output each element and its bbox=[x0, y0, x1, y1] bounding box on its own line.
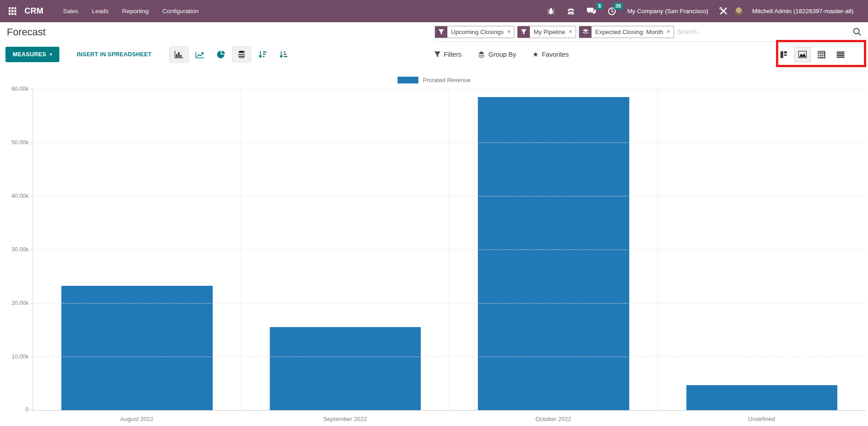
search-icon[interactable] bbox=[853, 27, 862, 36]
messages-icon[interactable]: 5 bbox=[581, 5, 602, 18]
y-tick-label: 0 bbox=[25, 406, 29, 413]
facet-upcoming-closings[interactable]: Upcoming Closings × bbox=[435, 26, 514, 38]
favorites-label: Favorites bbox=[542, 51, 569, 58]
gridline: 20.00k bbox=[33, 303, 866, 304]
sort-descending-icon[interactable] bbox=[253, 46, 272, 63]
group-by-button[interactable]: Group By bbox=[478, 51, 516, 58]
y-tick-label: 50.00k bbox=[11, 139, 29, 146]
activities-badge: 35 bbox=[614, 3, 623, 10]
x-axis-label: October 2022 bbox=[449, 416, 658, 422]
gridline: 60.00k bbox=[33, 89, 866, 89]
facet-my-pipeline[interactable]: My Pipeline × bbox=[517, 26, 576, 38]
y-tick-label: 10.00k bbox=[11, 353, 29, 360]
search-bar: Upcoming Closings × My Pipeline × Expect… bbox=[434, 22, 868, 42]
star-icon: ★ bbox=[533, 50, 538, 59]
user-avatar bbox=[734, 6, 744, 16]
legend-label: Prorated Revenue bbox=[423, 77, 471, 83]
view-switcher bbox=[775, 47, 849, 62]
kanban-view-icon[interactable] bbox=[775, 47, 792, 62]
bar-chart: Prorated Revenue 60.00k50.00k40.00k30.00… bbox=[0, 67, 868, 426]
layers-icon bbox=[478, 51, 485, 58]
pie-chart-icon[interactable] bbox=[211, 46, 230, 63]
x-axis-labels: August 2022September 2022October 2022Und… bbox=[33, 416, 866, 422]
company-switcher[interactable]: My Company (San Francisco) bbox=[622, 8, 714, 15]
menu-item-leads[interactable]: Leads bbox=[85, 8, 116, 15]
filter-icon bbox=[434, 51, 441, 58]
menu-item-configuration[interactable]: Configuration bbox=[155, 8, 205, 15]
user-menu[interactable]: Mitchell Admin (18226397-master-all) bbox=[734, 6, 860, 16]
list-view-icon[interactable] bbox=[832, 47, 849, 62]
bar-september-2022[interactable] bbox=[270, 327, 421, 410]
x-axis-label: September 2022 bbox=[241, 416, 450, 422]
favorites-button[interactable]: ★ Favorites bbox=[533, 50, 569, 59]
facet-label: Expected Closing: Month bbox=[592, 26, 667, 38]
filter-icon bbox=[435, 26, 447, 38]
filters-button[interactable]: Filters bbox=[434, 51, 461, 58]
x-axis-label: August 2022 bbox=[33, 416, 241, 422]
bar-october-2022[interactable] bbox=[478, 97, 629, 410]
facet-remove-icon[interactable]: × bbox=[507, 26, 514, 38]
facet-expected-closing[interactable]: Expected Closing: Month × bbox=[579, 26, 674, 38]
plot-area: 60.00k50.00k40.00k30.00k20.00k10.00k0 bbox=[33, 89, 866, 411]
facet-remove-icon[interactable]: × bbox=[569, 26, 576, 38]
search-input[interactable] bbox=[677, 28, 850, 35]
apps-grid-icon[interactable] bbox=[6, 5, 18, 17]
bar-chart-icon[interactable] bbox=[170, 46, 189, 63]
facet-remove-icon[interactable]: × bbox=[667, 26, 674, 38]
tools-icon[interactable] bbox=[713, 4, 734, 18]
pivot-view-icon[interactable] bbox=[813, 47, 830, 62]
bar-august-2022[interactable] bbox=[62, 286, 213, 410]
top-navbar: CRM Sales Leads Reporting Configuration bbox=[0, 0, 868, 22]
y-tick-label: 30.00k bbox=[11, 246, 29, 253]
menu-item-sales[interactable]: Sales bbox=[56, 8, 85, 15]
y-tick-label: 40.00k bbox=[11, 193, 29, 199]
group-by-label: Group By bbox=[488, 51, 516, 58]
sort-ascending-icon[interactable] bbox=[274, 46, 293, 63]
chevron-down-icon: ▾ bbox=[50, 52, 52, 57]
page-title: Forecast bbox=[7, 26, 46, 38]
debug-bug-icon[interactable] bbox=[541, 5, 561, 18]
filter-icon bbox=[518, 26, 530, 38]
line-chart-icon[interactable] bbox=[190, 46, 209, 63]
facet-label: My Pipeline bbox=[530, 26, 569, 38]
y-tick-label: 60.00k bbox=[11, 86, 29, 92]
insert-in-spreadsheet-button[interactable]: INSERT IN SPREADSHEET bbox=[77, 51, 151, 58]
voip-phone-icon[interactable] bbox=[561, 5, 581, 18]
menu-item-reporting[interactable]: Reporting bbox=[115, 8, 155, 15]
measures-label: MEASURES bbox=[13, 51, 46, 58]
layers-icon bbox=[579, 26, 592, 38]
bar-undefined[interactable] bbox=[686, 385, 837, 410]
gridline: 50.00k bbox=[33, 142, 866, 143]
facet-label: Upcoming Closings bbox=[447, 26, 507, 38]
activities-clock-icon[interactable]: 35 bbox=[602, 5, 622, 18]
x-axis-label: Undefined bbox=[658, 416, 866, 422]
breadcrumb-row: Forecast Upcoming Closings × My Pipeline… bbox=[0, 22, 868, 42]
filters-label: Filters bbox=[444, 51, 461, 58]
stacked-icon[interactable] bbox=[232, 46, 251, 63]
legend-swatch[interactable] bbox=[398, 77, 418, 83]
gridline: 30.00k bbox=[33, 250, 866, 250]
y-tick-label: 20.00k bbox=[11, 300, 29, 306]
chart-legend: Prorated Revenue bbox=[0, 77, 868, 83]
toolbar-row: MEASURES ▾ INSERT IN SPREADSHEET bbox=[0, 42, 868, 67]
gridline: 10.00k bbox=[33, 357, 866, 357]
measures-button[interactable]: MEASURES ▾ bbox=[5, 47, 59, 62]
user-name: Mitchell Admin (18226397-master-all) bbox=[747, 8, 859, 15]
app-name[interactable]: CRM bbox=[24, 6, 44, 16]
gridline: 40.00k bbox=[33, 196, 866, 196]
graph-view-icon[interactable] bbox=[794, 47, 811, 62]
